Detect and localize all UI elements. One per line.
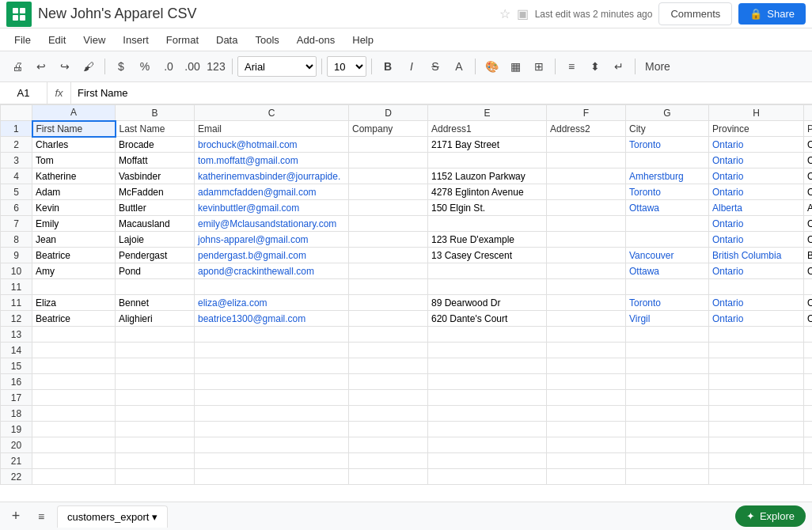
cell[interactable]	[349, 153, 428, 168]
cell[interactable]	[804, 437, 813, 453]
cell[interactable]	[32, 358, 116, 374]
cell[interactable]	[116, 422, 195, 437]
cell[interactable]	[32, 437, 116, 453]
cell[interactable]	[547, 279, 626, 295]
cell[interactable]	[709, 327, 804, 343]
cell[interactable]: Ottawa	[626, 200, 709, 216]
col-header-g[interactable]: G	[626, 105, 709, 121]
cell[interactable]	[349, 437, 428, 453]
undo-button[interactable]: ↩	[30, 55, 52, 78]
cell[interactable]: 1152 Lauzon Parkway	[428, 168, 547, 184]
cell[interactable]: Bennet	[116, 295, 195, 311]
cell[interactable]: AB	[804, 200, 813, 216]
row-header[interactable]: 5	[1, 184, 32, 200]
cell[interactable]	[32, 469, 116, 485]
cell[interactable]: ON	[804, 311, 813, 327]
cell[interactable]	[804, 279, 813, 295]
cell[interactable]	[349, 469, 428, 485]
cell[interactable]: 123 Rue D'example	[428, 232, 547, 248]
cell[interactable]: 4278 Eglinton Avenue	[428, 184, 547, 200]
cell[interactable]	[116, 469, 195, 485]
italic-button[interactable]: I	[400, 55, 423, 78]
col-header-d[interactable]: D	[349, 105, 428, 121]
cell[interactable]: 2171 Bay Street	[428, 137, 547, 153]
cell[interactable]	[349, 390, 428, 406]
cell[interactable]: Emily	[32, 216, 116, 232]
cell[interactable]	[626, 343, 709, 358]
row-header[interactable]: 18	[1, 406, 32, 422]
cell[interactable]: Charles	[32, 137, 116, 153]
cell[interactable]: katherinemvasbinder@jourrapide.	[195, 168, 349, 184]
cell[interactable]	[547, 343, 626, 358]
cell[interactable]	[428, 390, 547, 406]
cell[interactable]: Ottawa	[626, 263, 709, 279]
cell[interactable]: Beatrice	[32, 248, 116, 263]
cell[interactable]	[709, 374, 804, 390]
folder-icon[interactable]: ▣	[517, 6, 529, 21]
print-button[interactable]: 🖨	[6, 55, 28, 78]
row-header[interactable]: 3	[1, 153, 32, 168]
cell[interactable]: apond@crackinthewall.com	[195, 263, 349, 279]
cell[interactable]	[116, 343, 195, 358]
currency-button[interactable]: $	[110, 55, 132, 78]
cell[interactable]	[32, 327, 116, 343]
cell[interactable]: Buttler	[116, 200, 195, 216]
cell[interactable]	[195, 358, 349, 374]
strikethrough-button[interactable]: S	[424, 55, 446, 78]
cell[interactable]	[428, 422, 547, 437]
cell[interactable]	[195, 469, 349, 485]
cell[interactable]	[116, 406, 195, 422]
cell[interactable]	[547, 311, 626, 327]
align-left-button[interactable]: ≡	[560, 55, 582, 78]
cell[interactable]: Lajoie	[116, 232, 195, 248]
cell[interactable]	[32, 279, 116, 295]
cell[interactable]: Ontario	[709, 232, 804, 248]
redo-button[interactable]: ↪	[54, 55, 76, 78]
cell[interactable]	[804, 453, 813, 469]
cell[interactable]	[349, 232, 428, 248]
col-header-i[interactable]: I	[804, 105, 813, 121]
cell[interactable]	[804, 343, 813, 358]
cell[interactable]: 620 Dante's Court	[428, 311, 547, 327]
cell[interactable]: Adam	[32, 184, 116, 200]
cell[interactable]	[349, 184, 428, 200]
cell[interactable]: Ontario	[709, 153, 804, 168]
cell[interactable]	[709, 279, 804, 295]
cell[interactable]: 13 Casey Crescent	[428, 248, 547, 263]
cell[interactable]	[547, 153, 626, 168]
menu-edit[interactable]: Edit	[40, 32, 74, 47]
cell[interactable]	[32, 453, 116, 469]
cell[interactable]	[349, 422, 428, 437]
menu-file[interactable]: File	[6, 32, 39, 47]
cell[interactable]: johns-apparel@gmail.com	[195, 232, 349, 248]
row-header[interactable]: 4	[1, 168, 32, 184]
row-header[interactable]: 12	[1, 311, 32, 327]
borders-button[interactable]: ▦	[504, 55, 526, 78]
cell[interactable]: ON	[804, 184, 813, 200]
cell[interactable]	[626, 279, 709, 295]
paint-format-button[interactable]: 🖌	[78, 55, 100, 78]
row-header[interactable]: 1	[1, 121, 32, 137]
cell[interactable]	[626, 374, 709, 390]
cell[interactable]: Virgil	[626, 311, 709, 327]
cell[interactable]	[626, 453, 709, 469]
cell[interactable]	[547, 406, 626, 422]
cell[interactable]: Alighieri	[116, 311, 195, 327]
cell[interactable]	[547, 168, 626, 184]
cell[interactable]	[195, 374, 349, 390]
cell[interactable]	[626, 153, 709, 168]
cell[interactable]: ON	[804, 216, 813, 232]
add-sheet-button[interactable]: +	[6, 507, 25, 526]
cell[interactable]: Last Name	[116, 121, 195, 137]
share-button[interactable]: 🔒 Share	[738, 3, 806, 25]
row-header[interactable]: 22	[1, 469, 32, 485]
cell[interactable]: ON	[804, 295, 813, 311]
row-header[interactable]: 11	[1, 295, 32, 311]
menu-addons[interactable]: Add-ons	[289, 32, 343, 47]
cell[interactable]: pendergast.b@gmail.com	[195, 248, 349, 263]
row-header[interactable]: 13	[1, 327, 32, 343]
cell[interactable]	[804, 406, 813, 422]
cell[interactable]	[547, 437, 626, 453]
row-header[interactable]: 15	[1, 358, 32, 374]
cell[interactable]	[626, 390, 709, 406]
